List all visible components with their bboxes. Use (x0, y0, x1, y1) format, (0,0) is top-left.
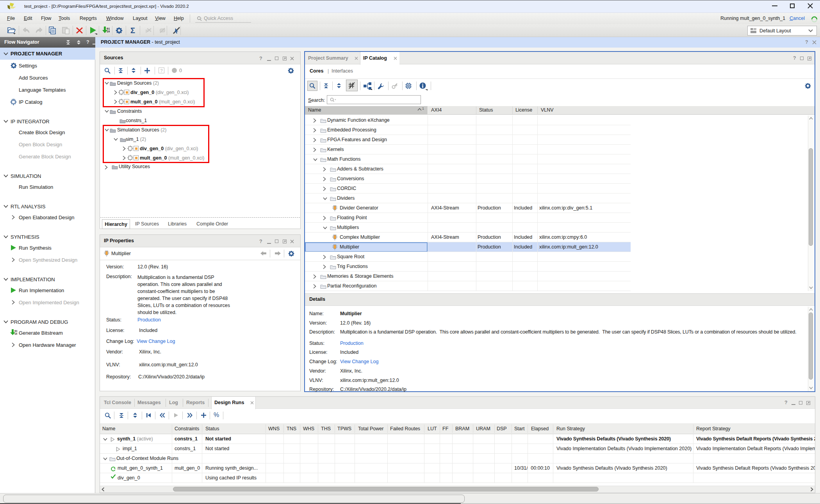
svg-text:10: 10 (14, 333, 17, 335)
svg-text:01: 01 (14, 330, 17, 333)
svg-text:10: 10 (107, 30, 110, 33)
